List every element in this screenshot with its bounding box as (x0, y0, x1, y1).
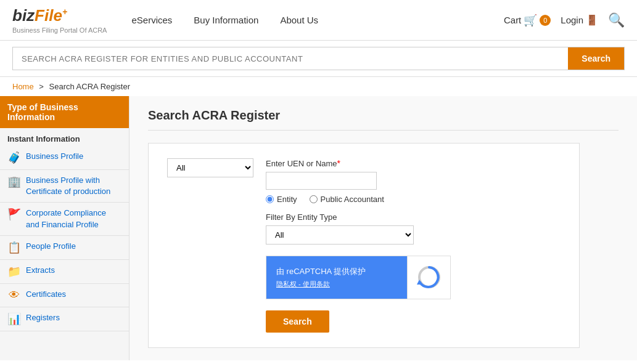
sidebar-header: Type of Business Information (0, 96, 129, 128)
recaptcha-right[interactable] (407, 256, 450, 299)
radio-public-accountant-label[interactable]: Public Accountant (310, 195, 384, 204)
uen-label: Enter UEN or Name (266, 159, 337, 168)
sidebar-item-extracts[interactable]: 📁 Extracts (0, 260, 129, 284)
required-marker: * (337, 158, 340, 168)
logo[interactable]: bizFile+ (12, 6, 107, 25)
recaptcha-text-line2: 隐私权 - 使用条款 (276, 278, 397, 290)
main-content: Type of Business Information Instant Inf… (0, 96, 637, 360)
logo-tagline: Business Filing Portal Of ACRA (12, 26, 107, 34)
cart-icon: 🛒 (524, 14, 537, 27)
radio-entity[interactable] (266, 195, 274, 203)
sidebar-section-title: Instant Information (0, 128, 129, 146)
header-right: Cart 🛒 0 Login 🚪 🔍 (504, 12, 625, 28)
logo-area: bizFile+ Business Filing Portal Of ACRA (12, 6, 107, 34)
radio-public-accountant[interactable] (310, 195, 318, 203)
recaptcha-left: 由 reCAPTCHA 提供保护 隐私权 - 使用条款 (266, 256, 407, 299)
register-icon: 📊 (7, 312, 21, 326)
logo-biz: biz (12, 6, 35, 25)
recaptcha-spinner-icon (417, 265, 442, 289)
filter-label: Filter By Entity Type (266, 212, 561, 222)
radio-entity-text: Entity (277, 195, 297, 204)
sidebar-item-business-profile[interactable]: 🧳 Business Profile (0, 146, 129, 170)
logo-file: File (35, 6, 62, 25)
filter-entity-type-dropdown[interactable]: All (266, 225, 414, 245)
nav-buy-information[interactable]: Buy Information (194, 15, 258, 25)
sidebar: Type of Business Information Instant Inf… (0, 96, 129, 360)
sidebar-item-corporate-compliance[interactable]: 🚩 Corporate Compliance and Financial Pro… (0, 203, 129, 235)
main-nav: eServices Buy Information About Us (131, 15, 318, 25)
form-container: All Enter UEN or Name* Entity (148, 143, 580, 348)
logo-plus: + (62, 7, 67, 17)
flag-icon: 🚩 (7, 208, 21, 221)
eye-icon: 👁 (7, 289, 21, 302)
sidebar-item-business-profile-cert-label: Business Profile with Certificate of pro… (26, 175, 121, 197)
search-bar-button[interactable]: Search (568, 47, 624, 70)
login-icon: 🚪 (586, 14, 598, 26)
sidebar-item-certificates-label: Certificates (26, 289, 66, 300)
uen-label-row: Enter UEN or Name* (266, 158, 384, 168)
sidebar-item-registers[interactable]: 📊 Registers (0, 307, 129, 331)
building-icon: 🏢 (7, 175, 21, 188)
cart-label: Cart (504, 15, 521, 25)
sidebar-item-corporate-compliance-label: Corporate Compliance and Financial Profi… (26, 208, 121, 230)
cart-area[interactable]: Cart 🛒 0 (504, 14, 551, 27)
entity-dropdown[interactable]: All (167, 158, 253, 177)
header: bizFile+ Business Filing Portal Of ACRA … (0, 0, 637, 41)
recaptcha-text-line1: 由 reCAPTCHA 提供保护 (276, 265, 397, 278)
search-button[interactable]: Search (266, 310, 329, 333)
search-bar-input[interactable] (13, 47, 568, 70)
recaptcha-box: 由 reCAPTCHA 提供保护 隐私权 - 使用条款 (266, 256, 451, 299)
breadcrumb-separator: > (39, 82, 44, 91)
breadcrumb: Home > Search ACRA Register (0, 77, 637, 96)
radio-entity-label[interactable]: Entity (266, 195, 297, 204)
recaptcha-area: 由 reCAPTCHA 提供保护 隐私权 - 使用条款 (266, 256, 561, 299)
sidebar-item-people-profile[interactable]: 📋 People Profile (0, 236, 129, 260)
nav-about-us[interactable]: About Us (280, 15, 318, 25)
sidebar-item-registers-label: Registers (26, 312, 60, 323)
uen-text-input[interactable] (266, 172, 377, 190)
page-title: Search ACRA Register (148, 108, 619, 131)
search-button-area: Search (266, 310, 561, 333)
breadcrumb-home[interactable]: Home (12, 82, 34, 91)
sidebar-item-business-profile-label: Business Profile (26, 151, 83, 162)
folder-icon: 📁 (7, 265, 21, 278)
dropdown-area: All (167, 158, 253, 177)
breadcrumb-current: Search ACRA Register (49, 82, 131, 91)
content-area: Search ACRA Register All Enter UEN or Na… (129, 96, 637, 360)
briefcase-icon: 🧳 (7, 151, 21, 164)
filter-row: Filter By Entity Type All (266, 212, 561, 245)
uen-input-area: Enter UEN or Name* Entity Public Account… (266, 158, 384, 204)
search-bar-area: Search (0, 41, 637, 77)
search-icon[interactable]: 🔍 (608, 12, 625, 28)
sidebar-item-business-profile-cert[interactable]: 🏢 Business Profile with Certificate of p… (0, 170, 129, 203)
sidebar-item-people-profile-label: People Profile (26, 241, 76, 252)
radio-public-accountant-text: Public Accountant (321, 195, 384, 204)
people-icon: 📋 (7, 241, 21, 254)
login-label: Login (561, 15, 583, 25)
uen-row: All Enter UEN or Name* Entity (167, 158, 561, 204)
sidebar-item-extracts-label: Extracts (26, 265, 55, 276)
sidebar-item-certificates[interactable]: 👁 Certificates (0, 284, 129, 307)
radio-group: Entity Public Accountant (266, 195, 384, 204)
nav-eservices[interactable]: eServices (131, 15, 172, 25)
login-area[interactable]: Login 🚪 (561, 14, 598, 26)
cart-badge: 0 (540, 15, 551, 26)
search-bar-container: Search (12, 47, 625, 70)
